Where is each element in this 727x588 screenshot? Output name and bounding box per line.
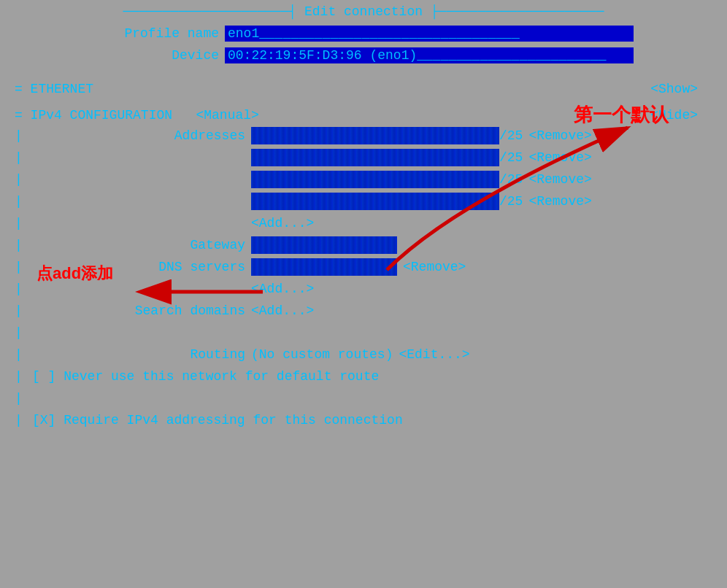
ipv4-section-label: = IPv4 CONFIGURATION <Manual> (15, 108, 259, 123)
pipe-never: | (15, 369, 26, 384)
blank-pipe-row: | (15, 322, 712, 343)
pipe-search: | (15, 303, 26, 318)
never-route-checkbox[interactable]: [ ] Never use this network for default r… (32, 369, 379, 384)
dns-input[interactable] (251, 258, 397, 276)
dns-add-row: | <Add...> (15, 279, 712, 299)
device-row: Device 00:22:19:5F:D3:96 (eno1)_________… (15, 45, 712, 66)
addresses-label: Addresses (26, 128, 245, 143)
routing-row: | Routing (No custom routes) <Edit...> (15, 344, 712, 365)
dns-add-button[interactable]: <Add...> (251, 282, 314, 296)
search-domains-label: Search domains (26, 303, 245, 318)
routing-edit[interactable]: <Edit...> (399, 347, 469, 362)
profile-name-row: Profile name eno1_______________________… (15, 23, 712, 44)
pipe-4: | (15, 194, 26, 209)
remove-3[interactable]: <Remove> (528, 172, 591, 187)
device-input[interactable]: 00:22:19:5F:D3:96 (eno1)________________… (225, 47, 634, 63)
require-ipv4-row: | [X] Require IPv4 addressing for this c… (15, 410, 712, 430)
never-route-row: | [ ] Never use this network for default… (15, 366, 712, 387)
address-suffix-4: /25 (499, 194, 523, 209)
address-suffix-3: /25 (499, 172, 523, 187)
search-domains-row: | Search domains <Add...> (15, 301, 712, 321)
pipe-require: | (15, 413, 26, 428)
dns-remove[interactable]: <Remove> (403, 260, 466, 274)
addresses-row-1: | Addresses /25 <Remove> (15, 125, 712, 146)
profile-name-input[interactable]: eno1_________________________________ (225, 26, 634, 42)
address-input-1[interactable] (251, 127, 499, 144)
show-button[interactable]: <Show> (650, 82, 698, 96)
search-domains-add[interactable]: <Add...> (251, 303, 314, 318)
pipe-1: | (15, 128, 26, 143)
ipv4-header: = IPv4 CONFIGURATION <Manual> <Hide> (15, 105, 712, 125)
ipv4-mode-value[interactable]: <Manual> (196, 108, 258, 123)
gateway-input[interactable] (251, 236, 397, 254)
pipe-add: | (15, 216, 26, 231)
address-input-4[interactable] (251, 193, 499, 210)
pipe-3: | (15, 172, 26, 187)
remove-4[interactable]: <Remove> (528, 194, 591, 209)
address-input-3[interactable] (251, 171, 499, 188)
remove-2[interactable]: <Remove> (528, 150, 591, 165)
device-label: Device (15, 48, 219, 63)
routing-value: (No custom routes) (251, 347, 393, 362)
pipe-dns: | (15, 260, 26, 274)
addresses-row-2: | /25 <Remove> (15, 147, 712, 168)
pipe-blank-2: | (15, 391, 26, 406)
add-button[interactable]: <Add...> (251, 216, 314, 231)
dns-row: | DNS servers <Remove> (15, 257, 712, 277)
ethernet-label: = ETHERNET (15, 82, 93, 96)
routing-label: Routing (26, 347, 245, 362)
profile-name-label: Profile name (15, 26, 219, 41)
pipe-2: | (15, 150, 26, 165)
pipe-dns-add: | (15, 282, 26, 296)
pipe-gateway: | (15, 238, 26, 252)
terminal-window: ─────────────────────┤ Edit connection ├… (0, 0, 727, 588)
dns-label: DNS servers (26, 260, 245, 274)
address-input-2[interactable] (251, 149, 499, 166)
title-bar: ─────────────────────┤ Edit connection ├… (0, 0, 727, 23)
window-title: Edit connection (304, 4, 423, 19)
remove-1[interactable]: <Remove> (528, 128, 591, 143)
blank-pipe-row-2: | (15, 388, 712, 409)
address-suffix-2: /25 (499, 150, 523, 165)
address-suffix-1: /25 (499, 128, 523, 143)
add-row: | <Add...> (15, 213, 712, 233)
gateway-row: | Gateway (15, 235, 712, 255)
hide-button[interactable]: <Hide> (650, 108, 698, 123)
pipe-blank: | (15, 325, 26, 340)
require-ipv4-checkbox[interactable]: [X] Require IPv4 addressing for this con… (32, 413, 403, 428)
addresses-row-4: | /25 <Remove> (15, 191, 712, 212)
ethernet-section: = ETHERNET <Show> (15, 79, 712, 99)
gateway-label: Gateway (26, 238, 245, 252)
pipe-routing: | (15, 347, 26, 362)
addresses-row-3: | /25 <Remove> (15, 169, 712, 190)
